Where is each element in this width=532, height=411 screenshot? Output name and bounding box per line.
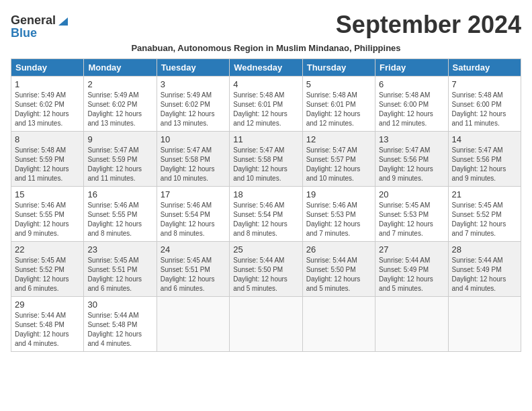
logo-triangle-icon <box>57 15 69 27</box>
col-tuesday: Tuesday <box>157 59 229 77</box>
table-row: 6Sunrise: 5:48 AMSunset: 6:00 PMDaylight… <box>375 77 448 132</box>
day-info: Sunrise: 5:48 AMSunset: 5:59 PMDaylight:… <box>15 146 80 183</box>
day-number: 24 <box>161 244 226 255</box>
day-number: 9 <box>87 134 152 144</box>
calendar-header-row: Sunday Monday Tuesday Wednesday Thursday… <box>11 59 521 77</box>
table-row: 4Sunrise: 5:48 AMSunset: 6:01 PMDaylight… <box>230 77 302 132</box>
table-row: 19Sunrise: 5:46 AMSunset: 5:53 PMDayligh… <box>302 187 375 242</box>
table-row: 7Sunrise: 5:48 AMSunset: 6:00 PMDaylight… <box>448 77 521 132</box>
day-info: Sunrise: 5:45 AMSunset: 5:51 PMDaylight:… <box>161 256 226 293</box>
table-row <box>230 297 302 352</box>
day-number: 15 <box>15 189 80 199</box>
day-info: Sunrise: 5:46 AMSunset: 5:55 PMDaylight:… <box>15 201 80 238</box>
day-number: 14 <box>452 134 517 144</box>
col-wednesday: Wednesday <box>230 59 302 77</box>
table-row: 20Sunrise: 5:45 AMSunset: 5:53 PMDayligh… <box>375 187 448 242</box>
day-info: Sunrise: 5:47 AMSunset: 5:59 PMDaylight:… <box>87 146 152 183</box>
table-row: 27Sunrise: 5:44 AMSunset: 5:49 PMDayligh… <box>375 242 448 297</box>
logo: General Blue <box>11 13 69 40</box>
day-info: Sunrise: 5:45 AMSunset: 5:51 PMDaylight:… <box>87 256 152 293</box>
day-info: Sunrise: 5:47 AMSunset: 5:58 PMDaylight:… <box>161 146 226 183</box>
day-info: Sunrise: 5:49 AMSunset: 6:02 PMDaylight:… <box>87 91 152 128</box>
table-row: 22Sunrise: 5:45 AMSunset: 5:52 PMDayligh… <box>11 242 84 297</box>
table-row: 3Sunrise: 5:49 AMSunset: 6:02 PMDaylight… <box>157 77 229 132</box>
table-row: 23Sunrise: 5:45 AMSunset: 5:51 PMDayligh… <box>84 242 157 297</box>
day-info: Sunrise: 5:45 AMSunset: 5:52 PMDaylight:… <box>452 201 517 238</box>
svg-marker-0 <box>58 17 68 26</box>
day-info: Sunrise: 5:46 AMSunset: 5:55 PMDaylight:… <box>87 201 152 238</box>
day-number: 21 <box>452 189 517 199</box>
col-friday: Friday <box>375 59 448 77</box>
table-row: 10Sunrise: 5:47 AMSunset: 5:58 PMDayligh… <box>157 132 229 187</box>
day-info: Sunrise: 5:44 AMSunset: 5:48 PMDaylight:… <box>87 311 152 349</box>
month-title: September 2024 <box>69 11 521 39</box>
page-header: General Blue September 2024 <box>11 11 521 40</box>
day-number: 23 <box>87 244 152 255</box>
day-number: 4 <box>233 79 298 89</box>
table-row: 8Sunrise: 5:48 AMSunset: 5:59 PMDaylight… <box>11 132 84 187</box>
day-number: 7 <box>452 79 517 89</box>
day-number: 25 <box>233 244 298 255</box>
day-info: Sunrise: 5:49 AMSunset: 6:02 PMDaylight:… <box>15 91 80 128</box>
day-info: Sunrise: 5:48 AMSunset: 6:00 PMDaylight:… <box>452 91 517 128</box>
col-saturday: Saturday <box>448 59 521 77</box>
table-row: 1Sunrise: 5:49 AMSunset: 6:02 PMDaylight… <box>11 77 84 132</box>
day-number: 27 <box>379 244 444 255</box>
table-row: 12Sunrise: 5:47 AMSunset: 5:57 PMDayligh… <box>302 132 375 187</box>
col-monday: Monday <box>84 59 157 77</box>
table-row: 30Sunrise: 5:44 AMSunset: 5:48 PMDayligh… <box>84 297 157 352</box>
calendar-subtitle: Panabuan, Autonomous Region in Muslim Mi… <box>11 43 521 53</box>
day-number: 26 <box>306 244 371 255</box>
day-info: Sunrise: 5:47 AMSunset: 5:56 PMDaylight:… <box>379 146 444 183</box>
day-info: Sunrise: 5:44 AMSunset: 5:50 PMDaylight:… <box>233 256 298 293</box>
table-row: 13Sunrise: 5:47 AMSunset: 5:56 PMDayligh… <box>375 132 448 187</box>
day-number: 3 <box>161 79 226 89</box>
col-sunday: Sunday <box>11 59 84 77</box>
day-info: Sunrise: 5:46 AMSunset: 5:54 PMDaylight:… <box>161 201 226 238</box>
day-info: Sunrise: 5:47 AMSunset: 5:58 PMDaylight:… <box>233 146 298 183</box>
day-info: Sunrise: 5:49 AMSunset: 6:02 PMDaylight:… <box>161 91 226 128</box>
day-number: 13 <box>379 134 444 144</box>
day-info: Sunrise: 5:46 AMSunset: 5:53 PMDaylight:… <box>306 201 371 238</box>
day-info: Sunrise: 5:44 AMSunset: 5:50 PMDaylight:… <box>306 256 371 293</box>
table-row: 2Sunrise: 5:49 AMSunset: 6:02 PMDaylight… <box>84 77 157 132</box>
day-info: Sunrise: 5:48 AMSunset: 6:01 PMDaylight:… <box>233 91 298 128</box>
day-number: 1 <box>15 79 80 89</box>
table-row: 17Sunrise: 5:46 AMSunset: 5:54 PMDayligh… <box>157 187 229 242</box>
day-number: 19 <box>306 189 371 199</box>
logo-blue-text: Blue <box>11 26 37 40</box>
table-row: 9Sunrise: 5:47 AMSunset: 5:59 PMDaylight… <box>84 132 157 187</box>
day-info: Sunrise: 5:45 AMSunset: 5:53 PMDaylight:… <box>379 201 444 238</box>
day-number: 5 <box>306 79 371 89</box>
calendar-table: Sunday Monday Tuesday Wednesday Thursday… <box>11 58 521 352</box>
day-number: 6 <box>379 79 444 89</box>
day-info: Sunrise: 5:48 AMSunset: 6:01 PMDaylight:… <box>306 91 371 128</box>
day-number: 8 <box>15 134 80 144</box>
day-number: 20 <box>379 189 444 199</box>
table-row: 16Sunrise: 5:46 AMSunset: 5:55 PMDayligh… <box>84 187 157 242</box>
day-number: 16 <box>87 189 152 199</box>
day-number: 12 <box>306 134 371 144</box>
col-thursday: Thursday <box>302 59 375 77</box>
table-row: 26Sunrise: 5:44 AMSunset: 5:50 PMDayligh… <box>302 242 375 297</box>
day-info: Sunrise: 5:44 AMSunset: 5:48 PMDaylight:… <box>15 311 80 349</box>
table-row: 28Sunrise: 5:44 AMSunset: 5:49 PMDayligh… <box>448 242 521 297</box>
day-info: Sunrise: 5:46 AMSunset: 5:54 PMDaylight:… <box>233 201 298 238</box>
table-row: 11Sunrise: 5:47 AMSunset: 5:58 PMDayligh… <box>230 132 302 187</box>
day-number: 22 <box>15 244 80 255</box>
day-number: 17 <box>161 189 226 199</box>
day-number: 11 <box>233 134 298 144</box>
table-row: 25Sunrise: 5:44 AMSunset: 5:50 PMDayligh… <box>230 242 302 297</box>
day-info: Sunrise: 5:47 AMSunset: 5:56 PMDaylight:… <box>452 146 517 183</box>
day-number: 29 <box>15 300 80 310</box>
day-number: 10 <box>161 134 226 144</box>
day-number: 18 <box>233 189 298 199</box>
logo-general-text: General <box>11 13 56 28</box>
day-info: Sunrise: 5:44 AMSunset: 5:49 PMDaylight:… <box>452 256 517 293</box>
table-row: 5Sunrise: 5:48 AMSunset: 6:01 PMDaylight… <box>302 77 375 132</box>
table-row: 24Sunrise: 5:45 AMSunset: 5:51 PMDayligh… <box>157 242 229 297</box>
table-row: 14Sunrise: 5:47 AMSunset: 5:56 PMDayligh… <box>448 132 521 187</box>
day-info: Sunrise: 5:44 AMSunset: 5:49 PMDaylight:… <box>379 256 444 293</box>
day-info: Sunrise: 5:47 AMSunset: 5:57 PMDaylight:… <box>306 146 371 183</box>
table-row: 15Sunrise: 5:46 AMSunset: 5:55 PMDayligh… <box>11 187 84 242</box>
